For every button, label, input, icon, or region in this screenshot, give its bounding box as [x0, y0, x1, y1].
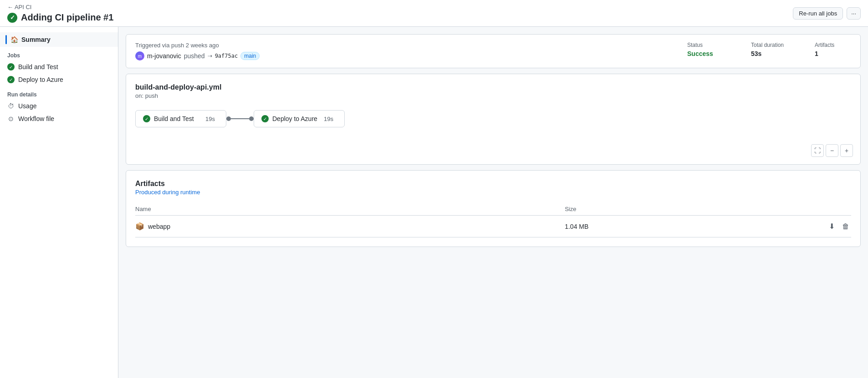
col-header-size: Size [565, 203, 707, 216]
artifacts-subtitle: Produced during runtime [135, 189, 851, 196]
job-box-build-test[interactable]: ✓ Build and Test 19s [135, 110, 226, 127]
diagram-fullscreen-button[interactable]: ⛶ [811, 144, 824, 157]
status-value: Success [687, 50, 733, 57]
connector-line [231, 118, 249, 119]
clock-icon: ⏱ [7, 102, 15, 110]
sidebar-item-usage[interactable]: ⏱ Usage [0, 100, 118, 112]
workflow-card: build-and-deploy-api.yml on: push ✓ Buil… [126, 74, 861, 165]
workflow-diagram: ✓ Build and Test 19s ✓ Deploy to Azure 1… [135, 110, 851, 127]
duration-value: 53s [751, 50, 797, 57]
deploy-azure-job-icon: ✓ [261, 115, 269, 122]
sidebar-item-build-and-test[interactable]: ✓ Build and Test [0, 60, 118, 73]
artifact-size: 1.04 MB [565, 216, 707, 237]
artifact-download-button[interactable]: ⬇ [827, 221, 837, 232]
pushed-text: pushed [184, 52, 205, 60]
artifacts-title: Artifacts [135, 180, 851, 188]
job-box-deploy-azure[interactable]: ✓ Deploy to Azure 19s [254, 110, 345, 127]
run-details-section-label: Run details [0, 86, 118, 100]
job2-box-label: Deploy to Azure [272, 115, 317, 122]
triggered-text: Triggered via push 2 weeks ago [135, 42, 669, 49]
connector-dot-left [226, 116, 231, 121]
duration-label: Total duration [751, 42, 797, 48]
page-title: Adding CI pipeline #1 [21, 12, 113, 23]
artifacts-card: Artifacts Produced during runtime Name S… [126, 170, 861, 247]
artifact-package-icon: 📦 [135, 222, 144, 231]
build-test-job-icon: ✓ [143, 115, 150, 122]
connector [226, 116, 254, 121]
artifact-delete-button[interactable]: 🗑 [840, 222, 851, 232]
status-label: Status [687, 42, 733, 48]
more-options-button[interactable]: ··· [847, 7, 861, 20]
active-indicator [5, 35, 7, 44]
status-card: Triggered via push 2 weeks ago m m-jovan… [126, 34, 861, 68]
artifact-row: 📦 webapp 1.04 MB ⬇ 🗑 [135, 216, 851, 237]
sidebar-item-workflow-file[interactable]: ⊙ Workflow file [0, 112, 118, 125]
sidebar-job1-label: Build and Test [18, 63, 58, 71]
sidebar-item-summary[interactable]: 🏠 Summary [0, 32, 118, 47]
col-header-name: Name [135, 203, 565, 216]
job2-duration: 19s [324, 116, 337, 122]
diagram-controls: ⛶ − + [811, 144, 853, 157]
job1-duration: 19s [205, 116, 219, 122]
branch-badge: main [240, 52, 260, 60]
rerun-all-jobs-button[interactable]: Re-run all jobs [793, 7, 843, 20]
diagram-zoom-in-button[interactable]: + [840, 144, 853, 157]
sidebar-item-deploy-to-azure[interactable]: ✓ Deploy to Azure [0, 73, 118, 86]
back-arrow: ← API CI [7, 4, 31, 10]
sidebar: 🏠 Summary Jobs ✓ Build and Test ✓ Deploy… [0, 27, 118, 378]
sidebar-job2-label: Deploy to Azure [18, 76, 63, 83]
artifact-name: webapp [148, 223, 170, 230]
sidebar-summary-label: Summary [21, 36, 51, 43]
commit-hash: 9af75ac [215, 53, 238, 59]
avatar: m [135, 51, 144, 60]
diagram-zoom-out-button[interactable]: − [826, 144, 838, 157]
sidebar-usage-label: Usage [18, 102, 36, 110]
artifacts-table: Name Size 📦 webapp 1.04 MB [135, 203, 851, 237]
workflow-trigger: on: push [135, 92, 851, 99]
job1-box-label: Build and Test [154, 115, 194, 122]
artifacts-label: Artifacts [815, 42, 851, 48]
home-icon: 🏠 [10, 36, 18, 43]
build-test-status-icon: ✓ [7, 63, 15, 71]
connector-dot-right [249, 116, 254, 121]
arrow-icon: ⇢ [208, 53, 212, 59]
jobs-section-label: Jobs [0, 47, 118, 60]
artifacts-count: 1 [815, 50, 851, 57]
run-status-icon: ✓ [7, 13, 17, 23]
back-link[interactable]: ← API CI [7, 4, 113, 10]
sidebar-workflow-file-label: Workflow file [18, 115, 54, 122]
deploy-azure-status-icon: ✓ [7, 76, 15, 83]
workflow-filename: build-and-deploy-api.yml [135, 83, 851, 91]
commit-user: m-jovanovic [147, 52, 181, 60]
main-content: Triggered via push 2 weeks ago m m-jovan… [118, 27, 868, 378]
workflow-icon: ⊙ [7, 115, 15, 122]
